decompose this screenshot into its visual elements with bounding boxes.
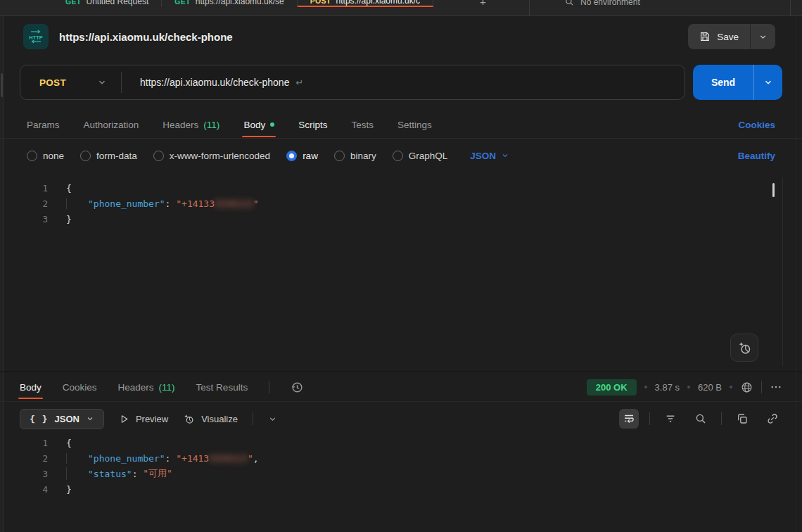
code-token: } [66, 214, 72, 224]
preview-label: Preview [136, 414, 168, 424]
window-tab-label: https://api.xiaomu.uk/se [196, 0, 284, 6]
save-button[interactable]: Save [688, 24, 750, 49]
tab-scripts[interactable]: Scripts [298, 111, 327, 138]
window-tab[interactable]: GEThttps://api.xiaomu.uk/se [162, 0, 298, 7]
response-tab-test-results[interactable]: Test Results [196, 374, 248, 400]
copy-button[interactable] [732, 409, 752, 429]
radio-button [286, 151, 297, 161]
body-type-form-data[interactable]: form-data [80, 151, 137, 161]
radio-button [334, 151, 345, 161]
window-tab[interactable]: POSThttps://api.xiaomu.uk/c [298, 0, 433, 7]
radio-label: GraphQL [409, 151, 448, 161]
code-token: : [132, 467, 144, 480]
divider [121, 72, 122, 93]
app-window: GETUntitled RequestGEThttps://api.xiaomu… [0, 0, 802, 532]
separator-dot [730, 386, 732, 388]
link-icon [766, 412, 779, 425]
response-tab-headers[interactable]: Headers(11) [118, 374, 175, 400]
code-line: 2"phone_number": "+14135550123", [20, 450, 771, 466]
sparkle-icon [183, 413, 195, 425]
body-type-options: noneform-datax-www-form-urlencodedrawbin… [27, 151, 447, 161]
response-tab-cookies[interactable]: Cookies [63, 374, 97, 400]
tab-settings[interactable]: Settings [397, 111, 432, 138]
response-tab-body[interactable]: Body [20, 374, 42, 400]
wrap-text-button[interactable] [619, 409, 639, 429]
method-selector-caret[interactable] [97, 77, 107, 87]
window-tab-label: Untitled Request [87, 0, 149, 6]
window-tab[interactable]: GETUntitled Request [53, 0, 162, 7]
code-token: "+1413 [176, 453, 209, 464]
response-body-editor[interactable]: 1{2"phone_number": "+14135550123",3"stat… [20, 435, 771, 497]
save-icon [699, 31, 711, 42]
tab-params[interactable]: Params [27, 111, 60, 138]
save-button-label: Save [717, 32, 739, 42]
tab-label: Settings [397, 120, 432, 130]
radio-button [153, 151, 164, 161]
chevron-down-icon[interactable] [268, 414, 277, 424]
postbot-button[interactable] [730, 334, 758, 362]
radio-button [80, 151, 91, 161]
radio-label: none [43, 151, 64, 161]
more-icon[interactable] [770, 381, 782, 393]
chevron-down-icon [501, 151, 509, 160]
response-time[interactable]: 3.87 s [655, 382, 680, 393]
body-type-binary[interactable]: binary [334, 151, 376, 161]
code-token [66, 198, 88, 209]
line-number: 3 [20, 469, 48, 479]
history-icon[interactable] [291, 381, 304, 394]
window-tab-method: GET [174, 0, 191, 6]
environment-selector[interactable]: No environment [565, 0, 640, 8]
window-scroll-track [796, 16, 796, 532]
divider [0, 138, 802, 139]
code-content: "phone_number": "+141335550123" [66, 198, 259, 209]
response-tabs-list: BodyCookiesHeaders(11)Test Results [20, 374, 248, 400]
response-format-selector[interactable]: { } JSON [20, 409, 104, 429]
divider [529, 0, 530, 15]
active-tab-underline [242, 136, 276, 137]
tab-body[interactable]: Body [243, 111, 274, 138]
body-type-x-www-form-urlencoded[interactable]: x-www-form-urlencoded [153, 151, 270, 161]
response-header: BodyCookiesHeaders(11)Test Results 200 O… [20, 374, 782, 400]
body-type-none[interactable]: none [27, 151, 64, 161]
code-token: } [66, 484, 72, 495]
tab-authorization[interactable]: Authorization [84, 111, 139, 138]
search-response-button[interactable] [691, 409, 711, 429]
cookies-link[interactable]: Cookies [738, 120, 775, 130]
active-tab-underline [18, 398, 43, 399]
code-content: } [66, 214, 72, 224]
body-type-raw[interactable]: raw [286, 151, 318, 161]
tab-tests[interactable]: Tests [351, 111, 374, 138]
line-number: 4 [20, 484, 48, 495]
status-badge[interactable]: 200 OK [587, 379, 637, 395]
globe-icon[interactable] [740, 381, 753, 394]
window-tab-method: POST [310, 0, 331, 5]
tab-label: Tests [351, 120, 374, 130]
url-input[interactable]: https://api.xiaomu.uk/check-phone [140, 77, 289, 88]
send-button[interactable]: Send [693, 65, 753, 100]
send-split-button: Send [693, 65, 782, 100]
body-type-graphql[interactable]: GraphQL [393, 151, 448, 161]
line-number: 1 [20, 183, 48, 194]
method-selector[interactable]: POST [20, 77, 66, 88]
response-size[interactable]: 620 B [698, 382, 722, 393]
link-button[interactable] [763, 409, 782, 429]
code-token: "phone_number" [88, 453, 165, 464]
beautify-link[interactable]: Beautify [738, 151, 775, 161]
send-options-button[interactable] [753, 65, 782, 100]
tab-headers[interactable]: Headers(11) [163, 111, 219, 138]
sidebar-handle[interactable] [1, 73, 3, 97]
new-tab-button[interactable]: + [480, 0, 486, 8]
filter-button[interactable] [661, 409, 680, 429]
tab-label: Authorization [84, 120, 139, 130]
code-token: "status" [88, 467, 132, 480]
language-selector[interactable]: JSON [470, 151, 509, 161]
save-options-button[interactable] [750, 24, 775, 49]
topbar-tabs: GETUntitled RequestGEThttps://api.xiaomu… [53, 0, 433, 7]
request-body-editor[interactable]: 1{2"phone_number": "+141335550123"3} [20, 180, 771, 227]
visualize-button[interactable]: Visualize [183, 413, 238, 425]
code-content: "phone_number": "+14135550123", [66, 453, 259, 464]
divider [253, 412, 253, 425]
editor-scrollbar-thumb[interactable] [772, 183, 775, 197]
send-button-label: Send [711, 77, 735, 88]
preview-button[interactable]: Preview [119, 414, 168, 424]
